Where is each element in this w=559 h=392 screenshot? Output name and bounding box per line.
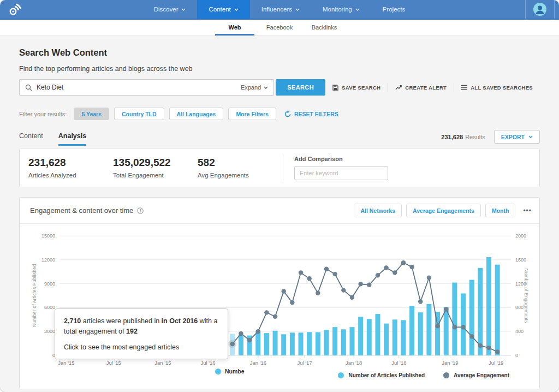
tab-analysis[interactable]: Analysis — [58, 132, 86, 146]
stat-label: Articles Analyzed — [28, 172, 113, 179]
legend-dot-engagement-icon — [443, 372, 449, 378]
month-button[interactable]: Month — [485, 204, 516, 217]
average-engagements-button[interactable]: Average Engagements — [406, 204, 481, 217]
filter-chip-languages[interactable]: All Languages — [169, 108, 224, 120]
info-icon[interactable] — [137, 207, 144, 214]
chart-title-text: Engagement & content over time — [30, 206, 133, 215]
engagement-chart-card: Engagement & content over time All Netwo… — [19, 197, 540, 389]
legend-item-articles[interactable]: Number of Articles Published — [338, 372, 425, 378]
svg-text:Number of Articles Published: Number of Articles Published — [32, 264, 37, 328]
person-icon — [533, 3, 546, 16]
expand-label: Expand — [241, 84, 261, 91]
chevron-down-icon — [181, 8, 186, 11]
filter-chip-date-range[interactable]: 5 Years — [74, 108, 109, 120]
chart-tooltip: 2,710 articles were published in in Oct … — [55, 308, 228, 359]
legend-label: Number of Articles Published — [348, 372, 425, 378]
buzzsumo-logo-icon[interactable] — [8, 3, 22, 19]
nav-label: Influencers — [261, 6, 292, 13]
tooltip-engagement-value: 192 — [126, 328, 138, 335]
comparison-keyword-input[interactable] — [294, 166, 388, 180]
save-icon — [332, 85, 338, 91]
account-area — [525, 0, 555, 19]
nav-item-discover[interactable]: Discover — [142, 0, 198, 19]
summary-stats-card: 231,628 Articles Analyzed 135,029,522 To… — [19, 148, 540, 187]
search-actions: SAVE SEARCH CREATE ALERT — [325, 83, 540, 92]
results-tabs-row: Content Analysis 231,628 Results EXPORT — [19, 130, 540, 146]
stat-value: 582 — [198, 157, 277, 169]
results-info: 231,628 Results EXPORT — [441, 130, 540, 146]
svg-text:Jan '16: Jan '16 — [250, 360, 266, 366]
filter-chip-country-tld[interactable]: Country TLD — [114, 108, 164, 120]
nav-item-projects[interactable]: Projects — [371, 0, 417, 19]
svg-text:6000: 6000 — [44, 305, 55, 310]
top-navigation: Discover Content Influencers Monitoring … — [0, 0, 559, 20]
subtab-backlinks[interactable]: Backlinks — [305, 20, 344, 35]
svg-text:Jan '15: Jan '15 — [154, 360, 171, 366]
svg-text:2000: 2000 — [515, 233, 526, 239]
nav-label: Content — [209, 6, 230, 13]
add-comparison-label: Add Comparison — [294, 156, 388, 162]
filter-chip-more-filters[interactable]: More Filters — [228, 108, 276, 120]
search-icon — [25, 84, 32, 91]
search-button[interactable]: SEARCH — [276, 79, 325, 96]
svg-text:Jul '18: Jul '18 — [391, 360, 406, 366]
chevron-down-icon — [355, 8, 360, 11]
svg-text:Number of Engagements: Number of Engagements — [524, 268, 529, 323]
action-label: CREATE ALERT — [405, 85, 447, 91]
svg-text:Jul '15: Jul '15 — [106, 360, 121, 366]
tab-content[interactable]: Content — [19, 132, 43, 146]
svg-text:800: 800 — [515, 305, 524, 310]
user-avatar[interactable] — [533, 3, 546, 16]
trending-up-icon — [395, 85, 402, 91]
export-label: EXPORT — [501, 134, 525, 140]
chevron-down-icon — [234, 8, 239, 11]
svg-text:400: 400 — [515, 329, 524, 334]
legend-item-engagement[interactable]: Average Engagement — [443, 372, 509, 378]
chart-header: Engagement & content over time All Netwo… — [20, 198, 539, 224]
tooltip-text: 2,710 articles were published in in Oct … — [64, 316, 219, 337]
expand-toggle[interactable]: Expand — [241, 84, 268, 91]
results-count-label: Results — [465, 134, 485, 140]
create-alert-button[interactable]: CREATE ALERT — [388, 85, 454, 91]
svg-text:Jan '18: Jan '18 — [346, 360, 362, 366]
action-label: ALL SAVED SEARCHES — [471, 85, 533, 91]
nav-label: Monitoring — [323, 6, 352, 13]
stat-label: Avg Engagements — [198, 172, 277, 179]
stat-avg-engagements: 582 Avg Engagements — [198, 157, 277, 179]
results-count: 231,628 — [441, 134, 463, 140]
nav-label: Discover — [154, 6, 179, 13]
stat-label: Total Engagement — [113, 172, 198, 179]
legend-label: Average Engagement — [454, 372, 509, 378]
search-input[interactable] — [37, 84, 241, 91]
subtab-facebook[interactable]: Facebook — [260, 20, 299, 35]
svg-text:Jul '16: Jul '16 — [200, 360, 215, 366]
save-search-button[interactable]: SAVE SEARCH — [325, 85, 388, 91]
chevron-down-icon — [528, 135, 533, 138]
stat-value: 135,029,522 — [113, 157, 198, 169]
page-subtitle: Find the top performing articles and blo… — [19, 65, 540, 73]
search-box: Expand — [19, 79, 274, 96]
svg-text:9000: 9000 — [44, 281, 55, 287]
list-icon — [461, 85, 467, 90]
svg-text:Jan '19: Jan '19 — [442, 360, 458, 366]
filter-row: Filter your results: 5 Years Country TLD… — [19, 108, 540, 120]
more-options-icon[interactable]: ••• — [523, 207, 532, 215]
legend-dot-articles-icon — [215, 369, 221, 375]
tooltip-hint: Click to see the most engaged articles — [64, 343, 219, 351]
nav-item-influencers[interactable]: Influencers — [250, 0, 311, 19]
nav-item-content[interactable]: Content — [197, 0, 249, 19]
chart-controls: All Networks Average Engagements Month •… — [354, 204, 532, 217]
nav-label: Projects — [383, 6, 406, 13]
reset-filters-button[interactable]: RESET FILTERS — [284, 111, 338, 117]
all-saved-searches-button[interactable]: ALL SAVED SEARCHES — [454, 85, 540, 91]
nav-item-monitoring[interactable]: Monitoring — [311, 0, 371, 19]
legend-dot-articles-icon — [338, 372, 344, 378]
all-networks-button[interactable]: All Networks — [354, 204, 402, 217]
chart-body: 0300060009000120001500004008001200160020… — [20, 224, 539, 389]
stat-value: 231,628 — [28, 157, 113, 169]
reset-filters-label: RESET FILTERS — [294, 111, 338, 117]
export-button[interactable]: EXPORT — [494, 130, 540, 144]
chart-legend: Number of Articles Published Average Eng… — [338, 372, 509, 378]
subtab-web[interactable]: Web — [215, 20, 254, 35]
svg-text:0: 0 — [515, 353, 518, 358]
